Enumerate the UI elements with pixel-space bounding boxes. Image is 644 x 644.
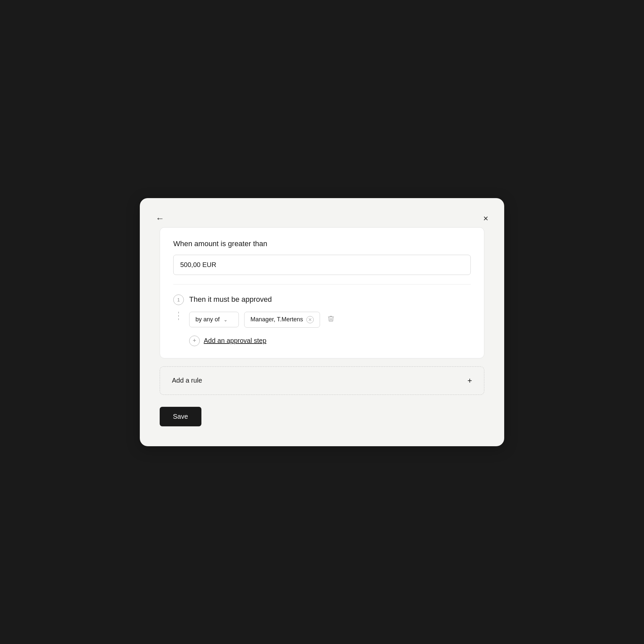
- approver-name: Manager, T.Mertens: [250, 316, 303, 323]
- approval-type-dropdown[interactable]: by any of ⌄: [189, 312, 239, 327]
- add-rule-label: Add a rule: [172, 377, 202, 384]
- back-button[interactable]: ←: [154, 213, 166, 224]
- connector-line: [178, 312, 179, 322]
- amount-input[interactable]: [173, 255, 471, 275]
- approval-title: Then it must be approved: [189, 294, 272, 304]
- approval-header-row: 1 Then it must be approved: [173, 294, 471, 305]
- condition-title: When amount is greater than: [173, 240, 471, 248]
- add-step-icon-button[interactable]: +: [189, 336, 200, 346]
- add-approval-step-link[interactable]: Add an approval step: [204, 337, 266, 345]
- add-rule-plus-icon: +: [467, 376, 472, 385]
- chevron-down-icon: ⌄: [224, 317, 228, 322]
- save-button[interactable]: Save: [160, 407, 201, 426]
- plus-circle-icon: +: [193, 337, 196, 344]
- connector-col: [173, 312, 184, 322]
- section-divider: [173, 284, 471, 285]
- close-icon: ✕: [308, 317, 312, 322]
- add-step-row: + Add an approval step: [189, 336, 471, 346]
- close-button[interactable]: ×: [482, 213, 490, 224]
- approval-section: 1 Then it must be approved by any of ⌄: [173, 294, 471, 346]
- add-rule-card[interactable]: Add a rule +: [160, 366, 484, 395]
- content-area: When amount is greater than 1 Then it mu…: [160, 227, 484, 426]
- dropdown-label: by any of: [195, 316, 220, 323]
- modal-container: ← × When amount is greater than 1 Then i…: [140, 198, 504, 446]
- trash-icon: [327, 315, 335, 324]
- approval-controls-row: by any of ⌄ Manager, T.Mertens ✕: [189, 312, 471, 328]
- rule-card: When amount is greater than 1 Then it mu…: [160, 227, 484, 358]
- remove-approver-button[interactable]: ✕: [306, 316, 314, 323]
- step-badge: 1: [173, 295, 184, 305]
- approver-chip: Manager, T.Mertens ✕: [244, 312, 320, 328]
- delete-step-button[interactable]: [325, 313, 337, 326]
